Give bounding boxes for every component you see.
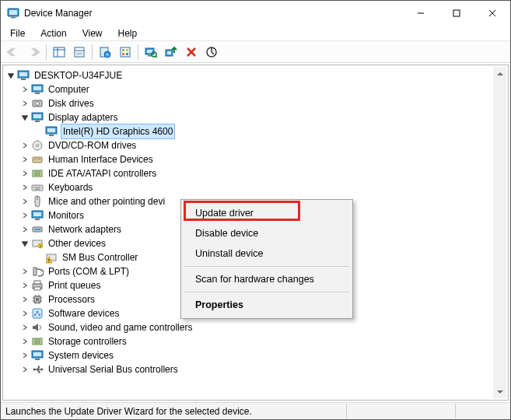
- computer-icon: [31, 83, 44, 96]
- chevron-right-icon[interactable]: [20, 337, 30, 346]
- chevron-right-icon[interactable]: [20, 267, 30, 276]
- chevron-right-icon[interactable]: [20, 183, 30, 192]
- menu-view[interactable]: View: [76, 26, 109, 40]
- svg-rect-45: [49, 135, 54, 136]
- tree-label: Human Interface Devices: [47, 152, 155, 166]
- tree-label: Keyboards: [47, 180, 94, 194]
- chevron-down-icon[interactable]: [20, 113, 30, 122]
- tree-item-ide[interactable]: IDE ATA/ATAPI controllers: [6, 166, 508, 180]
- svg-rect-64: [33, 212, 41, 216]
- tree-item-keyboards[interactable]: Keyboards: [6, 180, 508, 194]
- svg-point-47: [37, 145, 39, 147]
- scroll-down-button[interactable]: [493, 385, 506, 398]
- chevron-right-icon[interactable]: [20, 323, 30, 332]
- forward-button[interactable]: [24, 44, 43, 61]
- menu-help[interactable]: Help: [112, 26, 144, 40]
- show-hide-tree-button[interactable]: [50, 44, 68, 61]
- svg-rect-77: [34, 287, 40, 290]
- chevron-right-icon[interactable]: [20, 141, 30, 150]
- svg-rect-65: [35, 219, 40, 220]
- chevron-down-icon[interactable]: [6, 71, 16, 80]
- ctx-scan-hardware[interactable]: Scan for hardware changes: [183, 269, 351, 289]
- vertical-scrollbar[interactable]: [493, 67, 506, 398]
- tree-label: Computer: [47, 82, 91, 96]
- svg-rect-48: [33, 157, 42, 163]
- svg-rect-58: [36, 187, 37, 188]
- chevron-right-icon[interactable]: [20, 169, 30, 178]
- tree-label: Other devices: [47, 236, 107, 250]
- network-icon: [31, 223, 44, 236]
- tree-label: DVD/CD-ROM drives: [47, 138, 138, 152]
- svg-rect-57: [33, 187, 35, 188]
- tree-label: Storage controllers: [47, 334, 128, 348]
- maximize-button[interactable]: [439, 2, 474, 25]
- tree-item-disk-drives[interactable]: Disk drives: [6, 96, 508, 110]
- svg-rect-1: [9, 10, 17, 15]
- chevron-right-icon[interactable]: [20, 295, 30, 304]
- software-icon: [31, 307, 44, 320]
- chevron-right-icon[interactable]: [20, 309, 30, 318]
- tree-label: SM Bus Controller: [61, 250, 139, 264]
- ctx-disable-device[interactable]: Disable device: [183, 223, 351, 243]
- chevron-right-icon[interactable]: [20, 225, 30, 234]
- show-hidden-button[interactable]: [116, 44, 135, 61]
- tree-item-display-adapters[interactable]: Display adapters: [6, 110, 508, 124]
- chevron-right-icon[interactable]: [20, 85, 30, 94]
- minimize-button[interactable]: [403, 2, 439, 25]
- uninstall-button[interactable]: [182, 44, 201, 61]
- tree-item-computer[interactable]: Computer: [6, 82, 508, 96]
- tree-item-usb[interactable]: Universal Serial Bus controllers: [6, 362, 508, 376]
- back-button[interactable]: [4, 44, 23, 61]
- tree-item-storage[interactable]: Storage controllers: [6, 334, 508, 348]
- toolbar-sep: [138, 44, 138, 60]
- hid-icon: [31, 153, 44, 166]
- svg-point-104: [38, 371, 40, 373]
- help-button[interactable]: ?: [96, 44, 114, 61]
- tree-item-sound[interactable]: Sound, video and game controllers: [6, 320, 508, 334]
- svg-rect-28: [167, 51, 171, 54]
- tree-root[interactable]: DESKTOP-U34FJUE: [6, 68, 508, 82]
- ctx-update-driver[interactable]: Update driver: [183, 203, 351, 223]
- close-button[interactable]: [474, 2, 510, 25]
- menu-action[interactable]: Action: [34, 26, 72, 40]
- svg-rect-61: [35, 189, 40, 190]
- tree-label: Intel(R) HD Graphics 4600: [61, 124, 175, 139]
- tree-item-dvd[interactable]: DVD/CD-ROM drives: [6, 138, 508, 152]
- properties-button[interactable]: [70, 44, 89, 61]
- chevron-right-icon[interactable]: [20, 211, 30, 220]
- window-title: Device Manager: [24, 8, 92, 19]
- svg-point-73: [48, 261, 49, 262]
- tree-label: Print queues: [47, 278, 102, 292]
- ide-icon: [31, 167, 44, 180]
- chevron-down-icon[interactable]: [20, 239, 30, 248]
- update-driver-button[interactable]: [162, 44, 180, 61]
- tree-label: Monitors: [47, 208, 86, 222]
- ctx-properties[interactable]: Properties: [183, 295, 351, 315]
- sound-icon: [31, 321, 44, 334]
- svg-rect-44: [47, 128, 55, 132]
- tree-item-hid[interactable]: Human Interface Devices: [6, 152, 508, 166]
- chevron-right-icon[interactable]: [20, 351, 30, 360]
- scroll-up-button[interactable]: [493, 67, 506, 80]
- chevron-right-icon[interactable]: [20, 99, 30, 108]
- chevron-right-icon[interactable]: [20, 365, 30, 374]
- svg-rect-37: [35, 93, 40, 94]
- svg-rect-34: [21, 79, 26, 80]
- svg-rect-17: [121, 47, 130, 57]
- svg-rect-18: [122, 49, 124, 51]
- toolbar-sep: [92, 44, 93, 60]
- scan-hardware-button[interactable]: [142, 44, 160, 61]
- chevron-right-icon[interactable]: [20, 281, 30, 290]
- chevron-right-icon[interactable]: [20, 197, 30, 206]
- tree-item-system[interactable]: System devices: [6, 348, 508, 362]
- svg-rect-2: [11, 17, 16, 18]
- svg-rect-10: [75, 47, 84, 57]
- tree-item-intel-graphics[interactable]: Intel(R) HD Graphics 4600: [6, 124, 508, 138]
- unknown-device-icon: [45, 251, 58, 264]
- menu-file[interactable]: File: [4, 26, 31, 40]
- disable-button[interactable]: [202, 44, 221, 61]
- chevron-right-icon[interactable]: [20, 155, 30, 164]
- ctx-uninstall-device[interactable]: Uninstall device: [183, 243, 351, 264]
- tree-label: Processors: [47, 292, 96, 306]
- svg-rect-67: [34, 229, 40, 230]
